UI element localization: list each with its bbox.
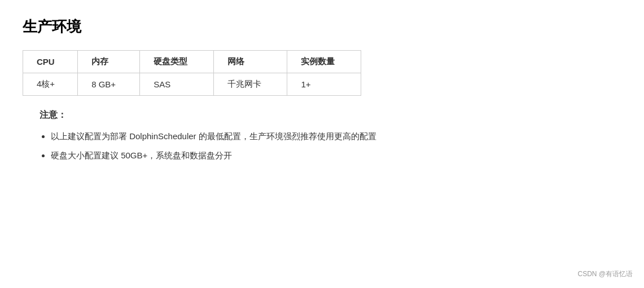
- note-title: 注意：: [40, 109, 621, 121]
- cell-memory: 8 GB+: [78, 73, 140, 96]
- watermark: CSDN @有语忆语: [577, 269, 633, 279]
- list-item: 硬盘大小配置建议 50GB+，系统盘和数据盘分开: [51, 148, 621, 163]
- page-title: 生产环境: [23, 17, 621, 37]
- note-list: 以上建议配置为部署 DolphinScheduler 的最低配置，生产环境强烈推…: [40, 129, 621, 162]
- specs-table: CPU 内存 硬盘类型 网络 实例数量 4核+ 8 GB+ SAS 千兆网卡 1…: [23, 50, 361, 96]
- col-header-memory: 内存: [78, 51, 140, 73]
- cell-network: 千兆网卡: [213, 73, 287, 96]
- col-header-disk: 硬盘类型: [140, 51, 214, 73]
- note-section: 注意： 以上建议配置为部署 DolphinScheduler 的最低配置，生产环…: [40, 109, 621, 162]
- list-item: 以上建议配置为部署 DolphinScheduler 的最低配置，生产环境强烈推…: [51, 129, 621, 144]
- col-header-network: 网络: [213, 51, 287, 73]
- table-row: 4核+ 8 GB+ SAS 千兆网卡 1+: [23, 73, 361, 96]
- cell-cpu: 4核+: [23, 73, 78, 96]
- table-header-row: CPU 内存 硬盘类型 网络 实例数量: [23, 51, 361, 73]
- cell-instances: 1+: [287, 73, 361, 96]
- col-header-cpu: CPU: [23, 51, 78, 73]
- col-header-instances: 实例数量: [287, 51, 361, 73]
- cell-disk: SAS: [140, 73, 214, 96]
